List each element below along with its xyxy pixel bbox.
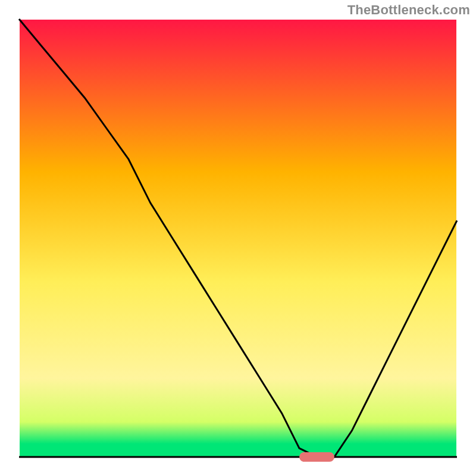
attribution-label: TheBottleneck.com: [347, 2, 470, 18]
optimal-marker: [299, 452, 334, 462]
chart-container: TheBottleneck.com: [0, 0, 476, 476]
bottleneck-chart: [0, 0, 476, 476]
plot-background: [19, 19, 457, 457]
